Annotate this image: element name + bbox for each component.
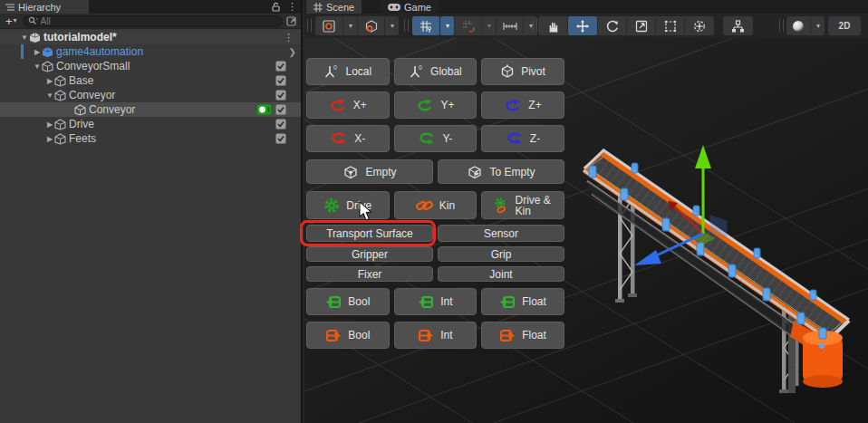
expand-arrow-icon[interactable]: ▶	[45, 135, 54, 143]
detach-search-icon[interactable]	[286, 15, 297, 26]
rotate-y-minus-button[interactable]: Y-	[394, 125, 477, 152]
prefab-open-chevron-icon[interactable]: ❯	[289, 47, 296, 57]
move-tool-button[interactable]	[567, 16, 597, 35]
pivot-button[interactable]: Pivot	[481, 58, 564, 85]
hierarchy-tree: ▼ tutorialmodel* ⋮ ▶ game4automation ❯ ▼…	[0, 30, 301, 146]
grid-hash-icon	[313, 3, 323, 12]
draw-mode-button[interactable]	[315, 16, 342, 35]
prefab-cube-icon	[42, 46, 53, 58]
toggle-2d-button[interactable]: 2D	[828, 16, 861, 35]
rotate-z-icon	[504, 99, 522, 111]
add-bool-output-button[interactable]: Bool	[306, 322, 390, 349]
toolbar-handle[interactable]	[307, 19, 312, 32]
mouse-cursor	[359, 202, 372, 222]
add-drive-kin-button[interactable]: Drive & Kin	[481, 191, 564, 219]
add-float-output-button[interactable]: Float	[481, 322, 564, 349]
grid-snapping-dropdown[interactable]: ▾	[481, 16, 496, 35]
add-bool-input-button[interactable]: Bool	[306, 288, 390, 315]
add-transport-surface-button[interactable]: Transport Surface	[306, 225, 433, 242]
local-button[interactable]: 0 Local	[306, 58, 390, 85]
signal-output-icon	[325, 329, 342, 342]
transform-tool-button[interactable]	[684, 16, 714, 35]
active-checkbox[interactable]	[275, 104, 286, 115]
hierarchy-row-base[interactable]: ▶ Base	[0, 73, 301, 88]
scene-panel: Scene Game ▾ ▾ ▾ ▾ ▾	[304, 0, 868, 423]
add-drive-button[interactable]: Drive	[306, 191, 390, 219]
expand-arrow-icon[interactable]: ▶	[33, 48, 42, 56]
gameobject-cube-icon	[42, 61, 53, 72]
rotate-tool-button[interactable]	[597, 16, 626, 35]
rotate-z-minus-button[interactable]: Z-	[481, 125, 564, 152]
search-input[interactable]	[41, 16, 277, 26]
move-to-empty-button[interactable]: To Empty	[438, 159, 564, 184]
hierarchy-row-game4automation[interactable]: ▶ game4automation ❯	[0, 44, 301, 59]
add-int-output-button[interactable]: Int	[394, 322, 477, 349]
expand-arrow-icon[interactable]: ▼	[45, 91, 54, 100]
hand-tool-button[interactable]	[538, 16, 567, 35]
global-button[interactable]: 0 Global	[394, 58, 477, 85]
expand-arrow-icon[interactable]: ▶	[45, 77, 54, 85]
panel-menu-icon[interactable]: ⋮	[287, 1, 297, 13]
grid-visibility-dropdown[interactable]: ▾	[439, 16, 454, 35]
hierarchy-row-conveyorsmall[interactable]: ▼ ConveyorSmall	[0, 59, 301, 73]
hierarchy-row-drive[interactable]: ▶ Drive	[0, 117, 301, 131]
hierarchy-tab-bar: Hierarchy ⋮	[0, 0, 301, 14]
unity-editor-window: Hierarchy ⋮ + ▾ ▼ tutor	[0, 0, 868, 423]
rotate-z-plus-button[interactable]: Z+	[481, 91, 564, 119]
chevron-down-icon: ▾	[446, 23, 449, 30]
add-int-input-button[interactable]: Int	[394, 288, 477, 315]
create-empty-button[interactable]: Empty	[306, 159, 433, 184]
active-checkbox[interactable]	[275, 75, 286, 86]
scene-toolbar: ▾ ▾ ▾ ▾ ▾	[304, 14, 868, 38]
chevron-down-icon: ▾	[14, 17, 17, 24]
draw-mode-dropdown[interactable]: ▾	[342, 16, 357, 35]
add-fixer-button[interactable]: Fixer	[306, 266, 433, 282]
hierarchy-search[interactable]	[23, 15, 283, 27]
scene-visibility-dropdown[interactable]: ▾	[384, 16, 399, 35]
svg-text:0: 0	[333, 64, 337, 71]
active-checkbox[interactable]	[275, 90, 286, 101]
active-checkbox[interactable]	[275, 133, 286, 144]
snap-increment-button[interactable]	[496, 16, 523, 35]
rect-tool-button[interactable]	[655, 16, 684, 35]
tab-hierarchy[interactable]: Hierarchy	[0, 0, 89, 14]
hierarchy-row-conveyor-selected[interactable]: Conveyor	[0, 102, 301, 117]
add-sensor-button[interactable]: Sensor	[438, 225, 564, 242]
tab-scene[interactable]: Scene	[306, 0, 362, 14]
expand-arrow-icon[interactable]: ▼	[33, 62, 42, 71]
custom-tools-button[interactable]	[723, 16, 753, 35]
create-object-button[interactable]: + ▾	[4, 14, 19, 28]
scene-menu-icon[interactable]: ⋮	[284, 32, 294, 43]
rotate-y-plus-button[interactable]: Y+	[394, 91, 477, 119]
scene-visibility-button[interactable]	[357, 16, 384, 35]
expand-arrow-icon[interactable]: ▼	[20, 34, 29, 42]
expand-arrow-icon[interactable]: ▶	[45, 120, 54, 129]
grid-snapping-button[interactable]	[454, 16, 481, 35]
draw-mode-icon	[323, 20, 335, 33]
rotate-x-minus-button[interactable]: X-	[306, 125, 390, 152]
rotate-x-plus-button[interactable]: X+	[306, 91, 390, 119]
toolbar-handle[interactable]	[779, 19, 784, 32]
hierarchy-row-feets[interactable]: ▶ Feets	[0, 131, 301, 146]
add-joint-button[interactable]: Joint	[438, 266, 564, 282]
add-gripper-button[interactable]: Gripper	[306, 246, 433, 262]
active-checkbox[interactable]	[275, 119, 286, 130]
unity-scene-icon	[29, 32, 41, 43]
hierarchy-row-scene-root[interactable]: ▼ tutorialmodel* ⋮	[0, 30, 301, 44]
add-kinematic-button[interactable]: Kin	[394, 191, 477, 219]
cube-overlay-icon	[365, 20, 378, 33]
add-grip-button[interactable]: Grip	[438, 246, 564, 262]
tab-game[interactable]: Game	[381, 0, 439, 14]
active-checkbox[interactable]	[275, 61, 286, 72]
toolbar-handle[interactable]	[404, 19, 409, 32]
add-float-input-button[interactable]: Float	[481, 288, 564, 315]
toolbar-handle[interactable]	[533, 19, 537, 32]
scale-tool-button[interactable]	[626, 16, 655, 35]
gamepad-icon	[388, 4, 400, 11]
hierarchy-row-conveyor-parent[interactable]: ▼ Conveyor	[0, 88, 301, 102]
gameobject-cube-icon	[74, 104, 86, 116]
shading-mode-button[interactable]	[786, 16, 810, 35]
shading-mode-dropdown[interactable]: ▾	[810, 16, 825, 35]
lock-icon[interactable]	[272, 2, 280, 12]
grid-visibility-button[interactable]	[412, 16, 439, 35]
